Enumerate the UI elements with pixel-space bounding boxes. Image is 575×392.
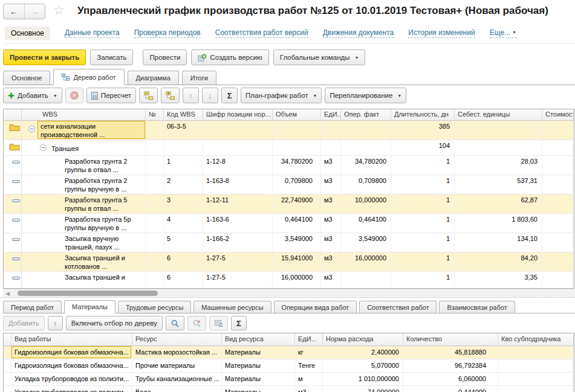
back-button[interactable]: ← xyxy=(4,4,24,19)
cell-volume[interactable]: 22,740900 xyxy=(273,194,321,213)
cell-rate[interactable]: 5,070000 xyxy=(323,359,403,372)
cell-wbs[interactable]: Разработка грунта 2группы вручную в ... xyxy=(22,175,146,194)
cell-oper-fact[interactable]: 0,709800 xyxy=(341,175,391,194)
cell-oper-fact[interactable]: 0,464100 xyxy=(341,214,391,233)
cell-oper-fact[interactable]: 3,549000 xyxy=(341,233,391,252)
cell-unit[interactable]: м3 xyxy=(321,194,341,213)
create-version-button[interactable]: Создать версию xyxy=(191,50,268,65)
cell-subcontractor-qty[interactable] xyxy=(498,359,574,372)
cell-kod-wbs[interactable]: 1 xyxy=(164,156,203,175)
cell-subcontractor-qty[interactable] xyxy=(498,373,574,385)
cell-kod-wbs[interactable]: 5 xyxy=(164,233,203,252)
header-kod-wbs[interactable]: Код WBS xyxy=(164,109,203,120)
cell-oper-fact[interactable]: 16,000000 xyxy=(341,252,391,271)
forward-button[interactable]: → xyxy=(24,4,45,19)
totals-button[interactable]: Σ xyxy=(221,88,238,103)
tab-work-period[interactable]: Период работ xyxy=(3,301,62,313)
header-resource[interactable]: Ресурс xyxy=(132,333,222,345)
header-unit[interactable]: ЕдИ... xyxy=(295,333,323,345)
nav-link-project-data[interactable]: Данные проекта xyxy=(65,28,120,38)
cell-rate[interactable]: 2,400000 xyxy=(323,346,403,359)
cell-number[interactable] xyxy=(146,214,164,233)
header-oper-fact[interactable]: Опер. факт xyxy=(341,109,391,120)
cell-work-type[interactable]: Гидроизоляция боковая обмазочна... xyxy=(11,359,132,372)
cell-cost[interactable] xyxy=(542,175,574,194)
cell-oper-fact[interactable]: 34,780200 xyxy=(341,156,391,175)
table-row[interactable]: сети канализации производственной ... 06… xyxy=(4,121,574,140)
cell-shifr[interactable]: 1-163-8 xyxy=(203,175,273,194)
cell-cost[interactable] xyxy=(542,156,574,175)
add-button[interactable]: ✚ Добавить▼ xyxy=(3,88,62,103)
expand-all-button[interactable] xyxy=(161,88,180,103)
header-subcontractor-qty[interactable]: Кво субподрядчика xyxy=(498,333,574,345)
cell-quantity[interactable]: 45,818880 xyxy=(403,346,498,359)
tab-work-type-operations[interactable]: Операции вида работ xyxy=(274,301,357,313)
cell-volume[interactable]: 3,549000 xyxy=(273,233,321,252)
cell-resource[interactable]: Мастика морозостойкая ... xyxy=(132,346,222,359)
move-up-button[interactable]: ↑ xyxy=(183,88,199,103)
table-row[interactable]: Разработка грунта 2группы вручную в ... … xyxy=(4,175,574,194)
move-up-button[interactable]: ↑ xyxy=(48,316,63,330)
tab-diagram[interactable]: Диаграмма xyxy=(128,71,179,85)
favorite-star-icon[interactable]: ☆ xyxy=(53,3,65,18)
cell-oper-fact[interactable] xyxy=(341,140,391,155)
cell-unit-cost[interactable]: 62,87 xyxy=(455,194,542,213)
cell-unit-cost[interactable]: 537,31 xyxy=(455,175,542,194)
cell-unit-cost[interactable]: 3,35 xyxy=(455,272,542,289)
cell-number[interactable] xyxy=(146,272,164,289)
nav-link-document-movements[interactable]: Движения документа xyxy=(323,28,394,38)
cell-unit-cost[interactable] xyxy=(455,121,542,140)
recalc-button[interactable]: Пересчет xyxy=(86,88,136,103)
cell-unit[interactable]: Тенге xyxy=(295,359,323,372)
cell-kod-wbs[interactable]: 6 xyxy=(164,272,203,289)
cell-shifr[interactable]: 1-166-2 xyxy=(203,233,273,252)
cell-shifr[interactable] xyxy=(203,140,273,155)
header-rate[interactable]: Норма расхода xyxy=(323,333,403,345)
cell-unit[interactable]: м3 xyxy=(321,272,341,289)
tab-work-tree[interactable]: Дерево работ xyxy=(53,69,124,85)
table-row[interactable]: Разработка грунта 2группы в отвал ... 1 … xyxy=(4,156,574,175)
table-row[interactable]: Гидроизоляция боковая обмазочна... Масти… xyxy=(4,346,574,359)
header-quantity[interactable]: Количество xyxy=(403,333,498,345)
cell-duration[interactable]: 385 xyxy=(391,121,455,140)
cell-duration[interactable]: 1 xyxy=(391,233,455,252)
scrollbar-thumb[interactable] xyxy=(18,291,158,296)
global-commands-button[interactable]: Глобальные команды▼ xyxy=(273,50,366,65)
cell-oper-fact[interactable]: 10,000000 xyxy=(341,194,391,213)
cell-number[interactable] xyxy=(146,121,164,140)
cell-duration[interactable]: 1 xyxy=(391,272,455,289)
cell-quantity[interactable]: 0,444000 xyxy=(403,386,498,392)
cell-unit[interactable]: м3 xyxy=(321,214,341,233)
cell-volume[interactable] xyxy=(273,140,321,155)
pane-splitter[interactable] xyxy=(0,297,575,298)
nav-link-period-check[interactable]: Проверка периодов xyxy=(134,28,201,38)
move-down-button[interactable]: ↓ xyxy=(202,88,218,103)
table-row[interactable]: Засыпка траншей и 6 1-27-5 16,000000 м3 … xyxy=(4,272,574,289)
cell-duration[interactable]: 104 xyxy=(391,140,455,155)
cell-oper-fact[interactable] xyxy=(341,272,391,289)
cell-work-type[interactable]: Укладка трубопроводов из полиэти... xyxy=(11,373,132,385)
cell-volume[interactable]: 0,709800 xyxy=(273,175,321,194)
cell-duration[interactable]: 1 xyxy=(391,252,455,271)
cell-kod-wbs[interactable]: 06-3-5 xyxy=(164,121,203,140)
cell-unit[interactable]: м3 xyxy=(295,386,323,392)
tab-materials[interactable]: Материалы xyxy=(64,300,115,313)
header-number[interactable]: № xyxy=(146,109,164,120)
cell-cost[interactable] xyxy=(542,252,574,271)
add-material-button[interactable]: Добавить xyxy=(3,316,45,330)
cell-shifr[interactable]: 1-163-6 xyxy=(203,214,273,233)
cell-volume[interactable]: 16,000000 xyxy=(273,272,321,289)
cell-unit[interactable]: м3 xyxy=(321,233,341,252)
cell-shifr[interactable] xyxy=(203,121,273,140)
cell-kod-wbs[interactable]: 3 xyxy=(164,194,203,213)
cell-kod-wbs[interactable] xyxy=(164,140,203,155)
collapse-node-icon[interactable] xyxy=(28,126,35,132)
cell-number[interactable] xyxy=(146,175,164,194)
nav-link-version-matching[interactable]: Соответствия работ версий xyxy=(215,28,308,38)
table-row[interactable]: Засыпка вручнуютраншей, пазух ... 5 1-16… xyxy=(4,233,574,252)
cell-shifr[interactable]: 1-12-8 xyxy=(203,156,273,175)
header-shifr[interactable]: Шифр позиции нор... xyxy=(203,109,273,120)
cell-unit[interactable]: кг xyxy=(295,346,323,359)
cell-wbs[interactable]: Траншея xyxy=(22,140,146,155)
selected-cell[interactable]: сети канализации производственной ... xyxy=(37,121,145,139)
